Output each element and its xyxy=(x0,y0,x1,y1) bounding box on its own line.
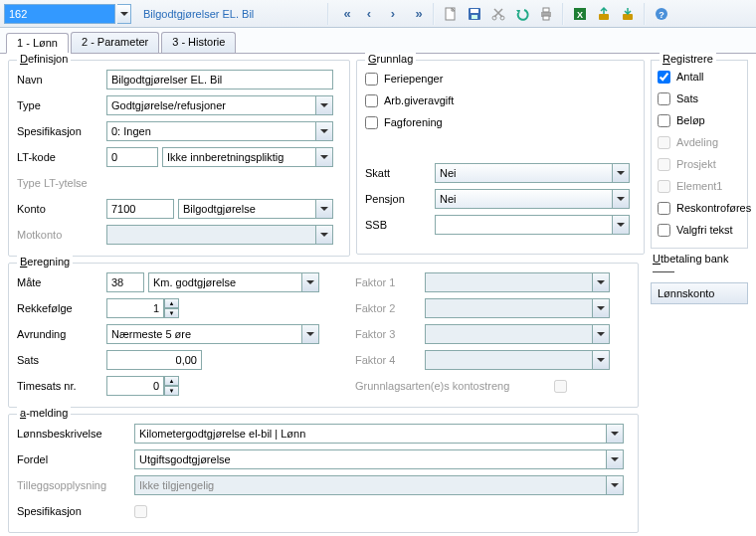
faktor3-select xyxy=(425,324,610,344)
ltkode-text-select[interactable]: Ikke innberetningspliktig xyxy=(162,147,333,167)
pensjon-label: Pensjon xyxy=(365,193,435,205)
ltkode-input[interactable] xyxy=(106,147,158,167)
avdeling-checkbox xyxy=(658,136,670,149)
type-value: Godtgjørelse/refusjoner xyxy=(111,99,226,111)
import-button[interactable] xyxy=(617,3,639,25)
belop-checkbox[interactable] xyxy=(658,114,670,127)
export-button[interactable] xyxy=(593,3,615,25)
lonnsbeskrivelse-select[interactable]: Kilometergodtgjørelse el-bil | Lønn xyxy=(134,424,624,444)
timesats-input[interactable] xyxy=(106,376,164,396)
dropdown-button xyxy=(592,351,609,369)
record-id-input[interactable] xyxy=(4,4,115,24)
prev-button[interactable]: ‹ xyxy=(358,3,380,25)
type-lt-label: Type LT-ytelse xyxy=(17,177,106,189)
cut-icon xyxy=(490,6,506,22)
konto-text: Bilgodtgjørelse xyxy=(183,203,256,215)
undo-button[interactable] xyxy=(511,3,533,25)
fagforening-label: Fagforening xyxy=(384,116,443,128)
spin-up[interactable]: ▲ xyxy=(164,298,179,308)
prosjekt-label: Prosjekt xyxy=(676,158,716,170)
excel-button[interactable]: X xyxy=(569,3,591,25)
skatt-value: Nei xyxy=(440,167,457,179)
spesifikasjon-select[interactable]: 0: Ingen xyxy=(106,121,333,141)
mate-text-select[interactable]: Km. godtgjørelse xyxy=(148,272,319,292)
antall-label: Antall xyxy=(676,71,704,83)
record-id-dropdown[interactable] xyxy=(117,4,131,24)
konto-text-select[interactable]: Bilgodtgjørelse xyxy=(178,199,333,219)
antall-checkbox[interactable] xyxy=(658,71,670,84)
tab-lonn[interactable]: 1 - Lønn xyxy=(6,33,69,54)
first-button[interactable]: « xyxy=(334,3,356,25)
group-title: Utbetaling bank —— xyxy=(651,253,748,278)
group-title: a-melding xyxy=(17,407,71,419)
ssb-select[interactable] xyxy=(435,215,630,235)
separator xyxy=(327,3,329,25)
lonnsbeskrivelse-value: Kilometergodtgjørelse el-bil | Lønn xyxy=(139,428,305,440)
rekkefolge-label: Rekkefølge xyxy=(17,302,106,314)
valgfri-checkbox[interactable] xyxy=(658,224,670,237)
feriepenger-checkbox[interactable] xyxy=(365,73,378,86)
spin-down[interactable]: ▼ xyxy=(164,386,179,396)
valgfri-label: Valgfri tekst xyxy=(676,224,733,236)
dropdown-button[interactable] xyxy=(301,273,318,291)
type-select[interactable]: Godtgjørelse/refusjoner xyxy=(106,95,333,115)
new-button[interactable] xyxy=(440,3,462,25)
avrunding-label: Avrunding xyxy=(17,328,106,340)
dropdown-button[interactable] xyxy=(612,164,629,182)
dropdown-button[interactable] xyxy=(612,190,629,208)
export-icon xyxy=(596,6,612,22)
dropdown-button[interactable] xyxy=(612,216,629,234)
next-button[interactable]: › xyxy=(382,3,404,25)
ltkode-label: LT-kode xyxy=(17,151,106,163)
arbgiveravgift-checkbox[interactable] xyxy=(365,94,378,107)
rekkefolge-spinner[interactable]: ▲▼ xyxy=(106,298,179,318)
skatt-select[interactable]: Nei xyxy=(435,163,630,183)
help-button[interactable]: ? xyxy=(651,3,672,25)
pensjon-select[interactable]: Nei xyxy=(435,189,630,209)
lonnskonto-select[interactable]: Lønnskonto xyxy=(651,282,748,304)
fordel-select[interactable]: Utgiftsgodtgjørelse xyxy=(134,449,624,469)
sats-checkbox[interactable] xyxy=(658,92,670,105)
spin-up[interactable]: ▲ xyxy=(164,376,179,386)
svg-text:X: X xyxy=(577,10,583,20)
rekkefolge-input[interactable] xyxy=(106,298,164,318)
sats-input[interactable] xyxy=(106,350,202,370)
element1-checkbox xyxy=(658,180,670,193)
separator xyxy=(644,3,646,25)
timesats-spinner[interactable]: ▲▼ xyxy=(106,376,179,396)
dropdown-button[interactable] xyxy=(315,122,332,140)
konto-input[interactable] xyxy=(106,199,174,219)
tab-bar: 1 - Lønn 2 - Parameter 3 - Historie xyxy=(0,28,756,54)
print-button[interactable] xyxy=(535,3,557,25)
skatt-label: Skatt xyxy=(365,167,435,179)
grunnlag-kontostreng-checkbox xyxy=(554,380,567,393)
group-title: Beregning xyxy=(17,256,73,268)
last-button[interactable]: » xyxy=(406,3,428,25)
dropdown-button[interactable] xyxy=(315,148,332,166)
dropdown-button[interactable] xyxy=(315,200,332,218)
fagforening-checkbox[interactable] xyxy=(365,116,378,129)
dropdown-button[interactable] xyxy=(606,450,623,468)
svg-rect-3 xyxy=(472,15,477,19)
faktor3-label: Faktor 3 xyxy=(355,328,425,340)
navn-input[interactable] xyxy=(106,70,333,89)
tab-historie[interactable]: 3 - Historie xyxy=(161,32,236,53)
tilleggsopplysning-value: Ikke tilgjengelig xyxy=(139,479,214,491)
mate-input[interactable] xyxy=(106,272,144,292)
definisjon-group: Definisjon Navn Type Godtgjørelse/refusj… xyxy=(8,60,350,257)
amelding-group: a-melding Lønnsbeskrivelse Kilometergodt… xyxy=(8,414,639,533)
ssb-label: SSB xyxy=(365,219,435,231)
svg-text:?: ? xyxy=(659,10,664,20)
registrere-group: Registrere Antall Sats Beløp Avdeling Pr… xyxy=(651,60,748,249)
save-button[interactable] xyxy=(464,3,485,25)
spin-down[interactable]: ▼ xyxy=(164,308,179,318)
dropdown-button[interactable] xyxy=(606,425,623,443)
tab-parameter[interactable]: 2 - Parameter xyxy=(71,32,159,53)
reskontro-checkbox[interactable] xyxy=(658,202,670,215)
cut-button[interactable] xyxy=(487,3,509,25)
dropdown-button[interactable] xyxy=(301,325,318,343)
avrunding-select[interactable]: Nærmeste 5 øre xyxy=(106,324,319,344)
dropdown-button[interactable] xyxy=(315,96,332,114)
faktor1-select xyxy=(425,272,610,292)
import-icon xyxy=(620,6,636,22)
